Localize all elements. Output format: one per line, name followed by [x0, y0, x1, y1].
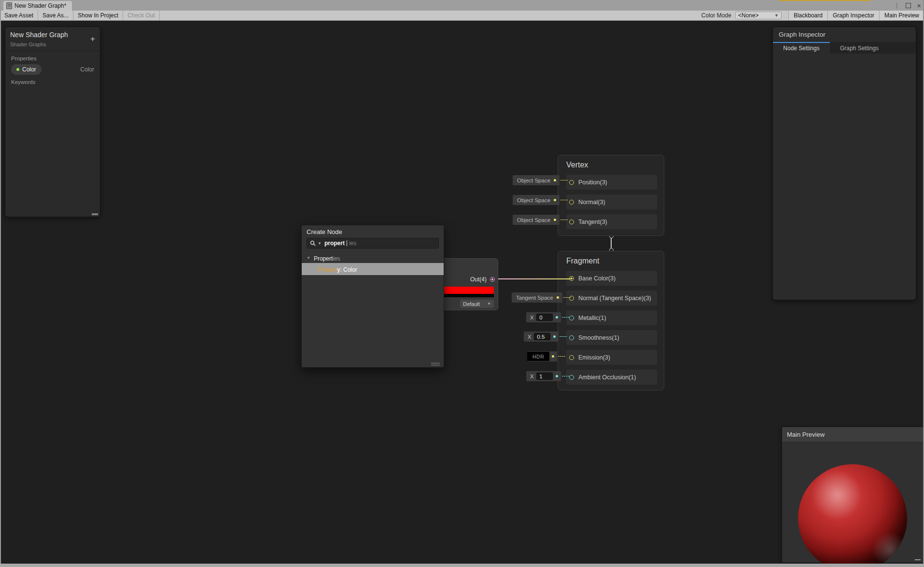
out-vec4-port[interactable]: [490, 277, 495, 282]
document-tab[interactable]: New Shader Graph*: [3, 1, 72, 11]
port-dot-icon: [557, 296, 559, 299]
add-property-button[interactable]: +: [90, 35, 95, 43]
normal-port[interactable]: [569, 200, 574, 205]
window-border-left: [0, 0, 1, 567]
blackboard-title: New Shader Graph: [10, 31, 95, 39]
port-dot-icon: [552, 355, 554, 358]
metallic-value-field[interactable]: 0: [536, 314, 553, 321]
save-asset-button[interactable]: Save Asset: [0, 11, 38, 20]
window-close-icon[interactable]: ×: [917, 2, 921, 9]
position-port[interactable]: [569, 180, 574, 185]
search-query-text: propert: [324, 240, 345, 247]
chevron-down-icon: ▼: [487, 302, 491, 306]
dashed-connector: [560, 200, 568, 200]
create-node-dialog: Create Node ▼ propert ies ▼ Properties P…: [301, 225, 444, 368]
check-out-button: Check Out: [123, 11, 160, 20]
normal-space-chip-fragment[interactable]: Tangent Space: [512, 292, 571, 303]
color-mode-dropdown[interactable]: <None> ▼: [735, 12, 782, 19]
color-mode-label: Color Mode: [701, 12, 731, 19]
preview-sphere: [798, 464, 907, 567]
metallic-port[interactable]: [569, 316, 574, 320]
tab-graph-settings[interactable]: Graph Settings: [830, 42, 889, 54]
dashed-connector: [563, 297, 571, 298]
metallic-default-chip: X 0: [526, 312, 569, 322]
keywords-section-label: Keywords: [5, 75, 100, 86]
main-preview-toggle-button[interactable]: Main Preview: [879, 11, 924, 20]
window-border-bottom: [0, 564, 924, 567]
expanded-triangle-icon[interactable]: ▼: [307, 256, 310, 260]
hdr-color-field[interactable]: HDR: [527, 352, 549, 361]
top-gold-strip: [779, 0, 870, 1]
blackboard-subtitle: Shader Graphs: [10, 41, 95, 47]
base-color-row: Base Color(3): [566, 271, 657, 286]
emission-hdr-chip[interactable]: HDR: [527, 351, 565, 361]
tab-node-settings[interactable]: Node Settings: [773, 42, 830, 54]
color-node-out-label: Out(4): [470, 276, 487, 283]
window-maximize-icon[interactable]: [906, 3, 911, 8]
port-dot-icon: [554, 199, 556, 201]
blackboard-resize-handle[interactable]: [92, 213, 98, 215]
vertex-node-title: Vertex: [558, 155, 664, 169]
port-dot-icon: [554, 179, 556, 181]
position-space-chip[interactable]: Object Space: [513, 175, 568, 185]
blackboard-toggle-button[interactable]: Blackboard: [788, 11, 827, 20]
preview-resize-handle[interactable]: [915, 559, 921, 560]
color-property-type: Color: [80, 66, 94, 73]
ambient-occlusion-default-chip: X 1: [526, 371, 569, 381]
toolbar: Save Asset Save As... Show In Project Ch…: [0, 11, 924, 21]
emission-row: Emission(3): [566, 350, 657, 365]
fragment-node-title: Fragment: [558, 251, 664, 265]
color-mode-value: <None>: [738, 12, 774, 19]
save-as-button[interactable]: Save As...: [38, 11, 73, 20]
color-mode-mini-dropdown[interactable]: Default ▼: [460, 300, 494, 308]
normal-ts-row: Normal (Tangent Space)(3): [566, 290, 657, 305]
search-suggestion-text: ies: [349, 240, 356, 247]
color-property-name: Color: [22, 66, 36, 73]
port-dot-icon: [554, 219, 556, 221]
port-dot-icon: [556, 316, 558, 318]
dashed-connector: [558, 356, 565, 357]
vertex-fragment-edge[interactable]: [611, 238, 612, 249]
normal-space-chip[interactable]: Object Space: [513, 195, 568, 205]
dashed-connector: [562, 317, 569, 318]
dashed-connector: [562, 376, 569, 376]
document-tab-label: New Shader Graph*: [14, 2, 66, 9]
create-node-title: Create Node: [302, 225, 444, 238]
edge-color-to-basecolor[interactable]: [497, 278, 571, 279]
search-filter-chevron-icon[interactable]: ▼: [318, 241, 322, 246]
ambient-occlusion-value-field[interactable]: 1: [536, 373, 553, 380]
fragment-node[interactable]: Fragment Base Color(3) Normal (Tangent S…: [558, 251, 664, 390]
emission-port[interactable]: [569, 355, 574, 360]
shader-asset-icon: [6, 2, 12, 9]
tangent-row: Tangent(3): [566, 214, 657, 229]
smoothness-default-chip: X 0.5: [524, 332, 567, 342]
dashed-connector: [560, 336, 567, 337]
color-property-pill[interactable]: Color: [11, 64, 42, 75]
ambient-occlusion-row: Ambient Occlusion(1): [566, 370, 657, 385]
smoothness-port[interactable]: [569, 335, 574, 340]
metallic-row: Metallic(1): [566, 310, 657, 325]
graph-inspector-title: Graph Inspector: [773, 27, 916, 42]
list-item-property-color[interactable]: Property: Color: [302, 263, 444, 275]
dialog-resize-handle[interactable]: [431, 363, 440, 365]
port-dot-icon: [553, 335, 556, 338]
dashed-connector: [560, 180, 568, 180]
show-in-project-button[interactable]: Show In Project: [73, 11, 123, 20]
group-properties[interactable]: ▼ Properties: [302, 253, 444, 263]
graph-inspector-toggle-button[interactable]: Graph Inspector: [827, 11, 879, 20]
title-bar: New Shader Graph* ⋮ ×: [0, 0, 924, 11]
normal-row: Normal(3): [566, 194, 657, 209]
vertex-node[interactable]: Vertex Position(3) Normal(3) Tangent(3): [558, 155, 664, 236]
tangent-space-chip[interactable]: Object Space: [513, 215, 568, 225]
tangent-port[interactable]: [569, 220, 574, 224]
main-preview-panel: Main Preview: [782, 427, 924, 563]
search-input[interactable]: ▼ propert ies: [307, 238, 439, 249]
port-dot-icon: [556, 375, 558, 377]
shader-graph-window: New Shader Graph* ⋮ × Save Asset Save As…: [0, 0, 924, 567]
ambient-occlusion-port[interactable]: [569, 375, 574, 380]
window-menu-icon[interactable]: ⋮: [894, 2, 900, 9]
smoothness-value-field[interactable]: 0.5: [534, 333, 550, 340]
search-icon: [310, 240, 316, 246]
property-type-dot-icon: [16, 68, 19, 71]
graph-inspector-panel: Graph Inspector Node Settings Graph Sett…: [772, 27, 916, 300]
